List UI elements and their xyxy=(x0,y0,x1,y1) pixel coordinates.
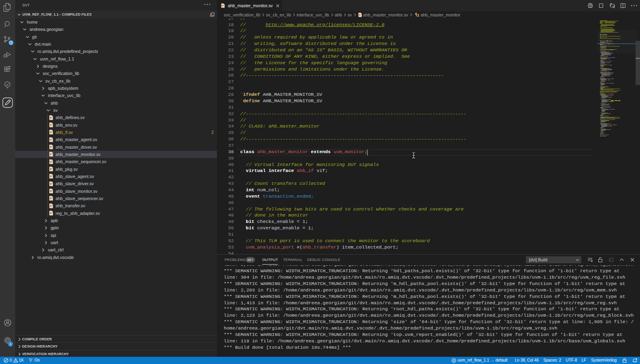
svg-text:1: 1 xyxy=(10,342,12,346)
